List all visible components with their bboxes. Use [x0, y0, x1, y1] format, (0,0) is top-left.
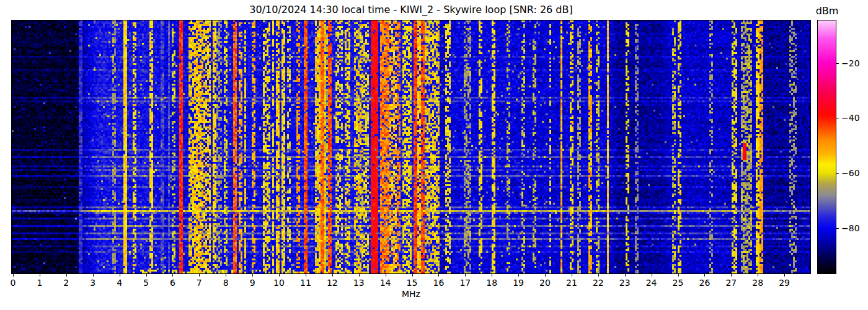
x-tick-mark: [332, 274, 333, 277]
x-tick-label: 4: [117, 278, 122, 288]
x-tick-mark: [306, 274, 306, 277]
x-tick-mark: [704, 274, 705, 277]
x-tick-label: 23: [619, 278, 631, 288]
x-tick-mark: [518, 274, 519, 277]
x-tick-label: 9: [250, 278, 255, 288]
x-tick-mark: [438, 274, 439, 277]
x-tick-mark: [13, 274, 14, 277]
x-tick-label: 1: [37, 278, 42, 288]
x-tick-label: 2: [63, 278, 69, 288]
x-tick-mark: [625, 274, 626, 277]
plot-title: 30/10/2024 14:30 local time - KIWI_2 - S…: [0, 4, 822, 16]
x-tick-label: 13: [353, 278, 365, 288]
x-tick-mark: [572, 274, 572, 277]
x-tick-mark: [226, 274, 226, 277]
x-tick-mark: [784, 274, 785, 277]
colorbar-tick-label: −20: [841, 58, 860, 68]
x-tick-mark: [386, 274, 386, 277]
x-tick-label: 10: [273, 278, 285, 288]
x-tick-label: 12: [327, 278, 338, 288]
x-tick-mark: [758, 274, 758, 277]
x-tick-label: 14: [380, 278, 391, 288]
colorbar-tick-label: −40: [841, 113, 860, 123]
x-tick-mark: [598, 274, 599, 277]
x-tick-mark: [465, 274, 466, 277]
x-tick-label: 27: [725, 278, 737, 288]
x-tick-label: 16: [433, 278, 444, 288]
x-tick-label: 21: [566, 278, 577, 288]
x-tick-mark: [545, 274, 546, 277]
x-tick-label: 25: [673, 278, 684, 288]
colorbar-unit-label: dBm: [808, 5, 846, 17]
x-axis-label: MHz: [0, 289, 822, 299]
colorbar-tick-label: −60: [841, 168, 860, 178]
x-tick-label: 11: [300, 278, 311, 288]
x-tick-label: 15: [407, 278, 418, 288]
colorbar-tick-mark: [836, 63, 839, 64]
colorbar: [818, 20, 836, 273]
x-tick-mark: [66, 274, 67, 277]
x-tick-label: 28: [752, 278, 763, 288]
x-tick-label: 6: [170, 278, 175, 288]
x-tick-mark: [492, 274, 492, 277]
colorbar-gradient-canvas: [818, 20, 836, 273]
colorbar-tick-mark: [836, 118, 839, 118]
x-tick-mark: [172, 274, 173, 277]
x-tick-label: 17: [459, 278, 471, 288]
x-tick-label: 20: [539, 278, 551, 288]
x-tick-mark: [252, 274, 253, 277]
x-tick-label: 26: [699, 278, 710, 288]
spectrogram-canvas: [12, 20, 810, 273]
x-tick-label: 18: [486, 278, 497, 288]
colorbar-tick-label: −80: [841, 223, 860, 233]
x-tick-mark: [731, 274, 732, 277]
x-tick-mark: [146, 274, 147, 277]
x-tick-mark: [678, 274, 679, 277]
x-tick-mark: [652, 274, 652, 277]
x-tick-label: 7: [197, 278, 202, 288]
x-tick-label: 29: [779, 278, 790, 288]
x-tick-label: 8: [223, 278, 229, 288]
x-tick-label: 5: [143, 278, 149, 288]
spectrogram-figure: 30/10/2024 14:30 local time - KIWI_2 - S…: [0, 0, 868, 310]
x-tick-mark: [199, 274, 200, 277]
x-tick-mark: [359, 274, 360, 277]
x-tick-mark: [120, 274, 120, 277]
x-tick-mark: [412, 274, 413, 277]
x-tick-label: 24: [646, 278, 657, 288]
x-tick-mark: [279, 274, 280, 277]
x-tick-label: 0: [11, 278, 16, 288]
x-tick-label: 22: [593, 278, 604, 288]
colorbar-tick-mark: [836, 228, 839, 229]
x-tick-label: 3: [90, 278, 95, 288]
colorbar-tick-mark: [836, 173, 839, 174]
x-tick-mark: [93, 274, 94, 277]
spectrogram-plot-area: [12, 20, 810, 273]
x-tick-mark: [40, 274, 40, 277]
x-tick-label: 19: [513, 278, 524, 288]
